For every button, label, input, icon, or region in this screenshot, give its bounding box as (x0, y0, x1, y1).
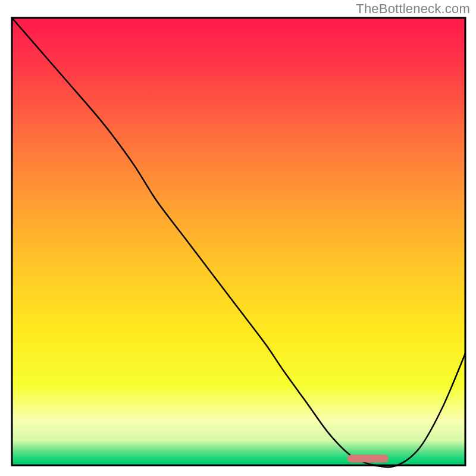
watermark-text: TheBottleneck.com (356, 1, 470, 17)
optimal-range-marker (347, 455, 389, 462)
chart-container: { "watermark": "TheBottleneck.com", "cha… (0, 0, 476, 476)
bottleneck-chart (0, 0, 476, 476)
plot-background (12, 18, 465, 465)
